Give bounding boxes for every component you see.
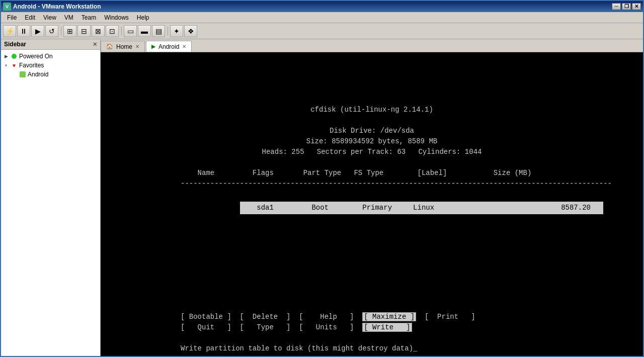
- write-btn[interactable]: [ Write ]: [362, 323, 412, 332]
- sidebar-tree: ▶ Powered On ▼ ♥ Favorites: [1, 50, 100, 81]
- toolbar-btn-6[interactable]: ⊟: [77, 25, 91, 37]
- blank-mid-1: [181, 227, 563, 238]
- toolbar-btn-11[interactable]: ▤: [152, 25, 165, 37]
- sidebar-item-powered-on[interactable]: ▶ Powered On: [1, 52, 100, 61]
- home-tab-close[interactable]: ✕: [135, 44, 139, 49]
- term-heads: Heads: 255 Sectors per Track: 63 Cylinde…: [181, 147, 563, 157]
- content-wrapper: Sidebar ✕ ▶ Powered On ▼ ♥: [1, 39, 643, 356]
- blank-mid-7: [181, 291, 563, 301]
- favorites-arrow: ▼: [3, 62, 9, 68]
- toolbar-sep-2: [120, 25, 123, 37]
- toolbar-sep-3: [166, 25, 169, 37]
- blank-mid-3: [181, 248, 563, 259]
- app-icon-symbol: V: [6, 4, 9, 9]
- blank-mid-2: [181, 238, 563, 248]
- tab-android[interactable]: ▶ Android ✕: [146, 41, 192, 52]
- tab-bar: 🏠 Home ✕ ▶ Android ✕: [101, 39, 643, 52]
- powered-on-arrow: ▶: [3, 53, 9, 59]
- term-size: Size: 8589934592 bytes, 8589 MB: [181, 136, 563, 147]
- restore-button[interactable]: ❐: [622, 3, 631, 10]
- favorites-icon: ♥: [11, 62, 18, 69]
- home-tab-label: Home: [116, 43, 132, 50]
- sidebar-title: Sidebar: [4, 41, 26, 48]
- toolbar-btn-8[interactable]: ⊡: [106, 25, 119, 37]
- menu-view[interactable]: View: [39, 12, 60, 23]
- toolbar: ⚡ ⏸ ▶ ↺ ⊞ ⊟ ⊠ ⊡ ▭ ▬ ▤ ✦ ❖: [1, 23, 643, 39]
- blank-mid-5: [181, 270, 563, 280]
- term-separator: ----------------------------------------…: [181, 178, 563, 189]
- vm-display[interactable]: cfdisk (util-linux-ng 2.14.1) Disk Drive…: [101, 52, 643, 356]
- android-tab-icon: ▶: [151, 43, 155, 50]
- blank-mid-4: [181, 259, 563, 270]
- title-bar: V Android - VMware Workstation ─ ❐ ✕: [1, 1, 643, 12]
- blank-before-header: [181, 157, 563, 168]
- power-button[interactable]: ⚡: [3, 25, 16, 37]
- title-bar-controls[interactable]: ─ ❐ ✕: [612, 3, 641, 10]
- android-tab-close[interactable]: ✕: [182, 44, 186, 49]
- powered-on-icon: [11, 53, 18, 60]
- blank-line-3: [181, 83, 563, 94]
- reset-button[interactable]: ↺: [45, 25, 58, 37]
- menu-team[interactable]: Team: [77, 12, 100, 23]
- sidebar-header: Sidebar ✕: [1, 39, 100, 50]
- toolbar-sep-1: [59, 25, 62, 37]
- blank-line-4: [181, 94, 563, 105]
- tab-home[interactable]: 🏠 Home ✕: [101, 41, 145, 52]
- android-label: Android: [28, 71, 48, 78]
- blank-mid-6: [181, 280, 563, 291]
- partition-row: sda1 Boot Primary Linux 8587.20: [181, 189, 563, 227]
- toolbar-btn-13[interactable]: ❖: [184, 25, 197, 37]
- menu-edit[interactable]: Edit: [21, 12, 39, 23]
- menu-windows[interactable]: Windows: [100, 12, 133, 23]
- term-col-header: Name Flags Part Type FS Type [Label] Siz…: [181, 168, 563, 178]
- app-icon: V: [3, 3, 11, 11]
- minimize-button[interactable]: ─: [612, 3, 621, 10]
- sidebar: Sidebar ✕ ▶ Powered On ▼ ♥: [1, 39, 101, 356]
- toolbar-btn-10[interactable]: ▬: [138, 25, 151, 37]
- term-disk: Disk Drive: /dev/sda: [181, 126, 563, 136]
- toolbar-btn-12[interactable]: ✦: [170, 25, 183, 37]
- favorites-label: Favorites: [19, 62, 44, 69]
- window-title: Android - VMware Workstation: [13, 3, 101, 10]
- android-icon: [19, 71, 26, 78]
- play-button[interactable]: ▶: [31, 25, 44, 37]
- maximize-btn[interactable]: [ Maximize ]: [362, 312, 416, 321]
- blank-before-status: [181, 333, 563, 343]
- blank-line-2: [181, 73, 563, 83]
- powered-on-label: Powered On: [19, 53, 53, 60]
- sidebar-item-android[interactable]: Android: [1, 70, 100, 79]
- menu-bar: File Edit View VM Team Windows Help: [1, 12, 643, 23]
- menu-vm[interactable]: VM: [60, 12, 77, 23]
- toolbar-btn-5[interactable]: ⊞: [63, 25, 76, 37]
- toolbar-btn-7[interactable]: ⊠: [92, 25, 105, 37]
- toolbar-btn-9[interactable]: ▭: [124, 25, 137, 37]
- menu-help[interactable]: Help: [133, 12, 153, 23]
- title-bar-left: V Android - VMware Workstation: [3, 3, 101, 11]
- close-button[interactable]: ✕: [632, 3, 641, 10]
- sidebar-close-button[interactable]: ✕: [93, 41, 97, 48]
- powered-indicator: [12, 54, 17, 59]
- partition-selected: sda1 Boot Primary Linux 8587.20: [240, 202, 604, 214]
- blank-line-1: [181, 62, 563, 73]
- right-panel: 🏠 Home ✕ ▶ Android ✕: [101, 39, 643, 356]
- heart-icon: ♥: [13, 62, 16, 68]
- home-tab-icon: 🏠: [106, 43, 113, 50]
- android-vm-icon: [20, 71, 26, 77]
- menu-file[interactable]: File: [3, 12, 21, 23]
- main-window: V Android - VMware Workstation ─ ❐ ✕ Fil…: [0, 0, 644, 357]
- android-tab-label: Android: [158, 43, 179, 50]
- blank-mid-8: [181, 301, 563, 312]
- term-title: cfdisk (util-linux-ng 2.14.1): [181, 105, 563, 115]
- status-line: Write partition table to disk (this migh…: [181, 343, 563, 354]
- terminal-output: cfdisk (util-linux-ng 2.14.1) Disk Drive…: [101, 52, 643, 356]
- sidebar-item-favorites[interactable]: ▼ ♥ Favorites: [1, 61, 100, 70]
- blank-after-title: [181, 115, 563, 126]
- pause-button[interactable]: ⏸: [17, 25, 30, 37]
- btn-line-1: [ Bootable ] [ Delete ] [ Help ] [ Maxim…: [181, 312, 563, 322]
- terminal-content: cfdisk (util-linux-ng 2.14.1) Disk Drive…: [181, 62, 563, 354]
- btn-line-2: [ Quit ] [ Type ] [ Units ] [ Write ]: [181, 322, 563, 333]
